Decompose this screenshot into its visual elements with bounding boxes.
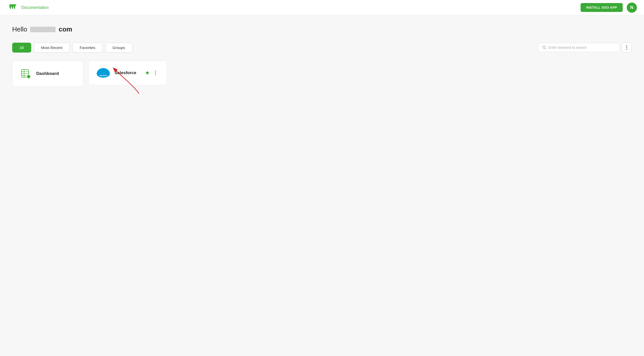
- header: Documentation INSTALL SSO APP N: [0, 0, 644, 15]
- more-options-button[interactable]: [622, 42, 632, 53]
- more-options-icon: [626, 45, 627, 50]
- svg-line-1: [545, 48, 546, 50]
- salesforce-wrapper: salesforce Salesforce ★: [88, 61, 167, 87]
- search-icon: [542, 45, 546, 50]
- header-left: Documentation: [7, 2, 49, 13]
- tabs-right: Enter keyword to search: [538, 42, 632, 53]
- kebab-menu-icon[interactable]: [152, 70, 159, 76]
- salesforce-card-title: Salesforce: [114, 70, 136, 75]
- install-sso-button[interactable]: INSTALL SSO APP: [581, 3, 623, 12]
- kebab-dot-3: [155, 74, 156, 75]
- kebab-dot-2: [155, 72, 156, 73]
- documentation-link[interactable]: Documentation: [21, 5, 49, 10]
- dashboard-card-title: Dashboard: [36, 71, 59, 76]
- search-placeholder: Enter keyword to search: [548, 45, 587, 50]
- kebab-dot-1: [155, 71, 156, 72]
- tab-all[interactable]: All: [12, 43, 31, 53]
- tab-favorites[interactable]: Favorites: [72, 43, 103, 53]
- hello-section: Hello com: [12, 25, 632, 33]
- tab-groups[interactable]: Groups: [105, 43, 132, 53]
- tabs-row: All Most Recent Favorites Groups Enter k…: [12, 42, 632, 53]
- salesforce-logo: salesforce: [97, 68, 110, 78]
- tab-most-recent[interactable]: Most Recent: [34, 43, 70, 53]
- avatar[interactable]: N: [627, 3, 637, 13]
- favorite-star-icon[interactable]: ★: [145, 70, 150, 76]
- cards-row: Dashboard salesforce Salesforce ★: [12, 61, 632, 87]
- salesforce-card[interactable]: salesforce Salesforce ★: [88, 61, 167, 85]
- hello-greeting: Hello: [12, 25, 27, 33]
- main-content: Hello com All Most Recent Favorites Grou…: [0, 15, 644, 87]
- hello-name-blurred: [30, 27, 56, 32]
- hello-suffix: com: [59, 25, 72, 33]
- salesforce-card-actions: ★: [145, 70, 159, 76]
- svg-text:salesforce: salesforce: [99, 75, 107, 76]
- tabs-left: All Most Recent Favorites Groups: [12, 43, 132, 53]
- header-right: INSTALL SSO APP N: [581, 3, 637, 13]
- search-box[interactable]: Enter keyword to search: [538, 43, 619, 52]
- logo-icon[interactable]: [7, 2, 18, 13]
- dashboard-icon: [21, 68, 32, 79]
- dashboard-card[interactable]: Dashboard: [12, 61, 83, 87]
